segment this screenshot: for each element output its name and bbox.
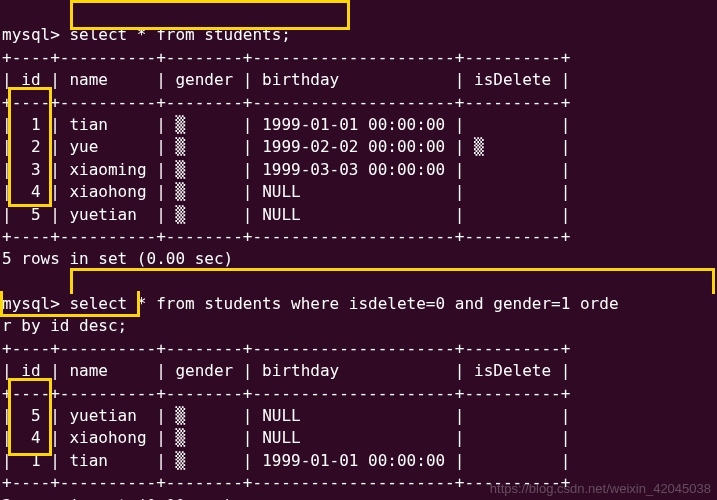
col-gender: gender [175,361,233,380]
cell: xiaoming [69,160,146,179]
cell: 1999-03-03 00:00:00 [262,160,445,179]
query-2-part1: select * from students where isdelete=0 … [69,294,618,313]
cell: ▒ [474,137,484,156]
cell: 5 [31,406,41,425]
cell: NULL [262,182,445,201]
table2-row-1: | 5 | yuetian | ▒ | NULL | | [2,406,570,425]
table1-row-1: | 1 | tian | ▒ | 1999-01-01 00:00:00 | | [2,115,570,134]
col-id: id [21,70,40,89]
mysql-prompt: mysql> [2,25,60,44]
cell: 2 [31,137,41,156]
cell: 3 [31,160,41,179]
col-gender: gender [175,70,233,89]
col-isdelete: isDelete [474,361,551,380]
terminal-output: mysql> select * from students; +----+---… [2,2,715,500]
cell: yue [69,137,146,156]
table1-header: | id | name | gender | birthday | isDele… [2,70,570,89]
table2-row-2: | 4 | xiaohong | ▒ | NULL | | [2,428,570,447]
cell: 4 [31,182,41,201]
cell: ▒ [175,406,185,425]
query-1: select * from students; [69,25,291,44]
cell: 1 [31,451,41,470]
cell: 4 [31,428,41,447]
blank-line [2,272,12,291]
cell: NULL [262,406,445,425]
col-name: name [69,361,108,380]
cell: ▒ [175,137,185,156]
col-name: name [69,70,108,89]
cell: ▒ [175,115,185,134]
table1-row-5: | 5 | yuetian | ▒ | NULL | | [2,205,570,224]
table2-sep-top: +----+----------+--------+--------------… [2,339,570,358]
cell [474,182,484,201]
table1-sep-mid: +----+----------+--------+--------------… [2,93,570,112]
cell [474,406,484,425]
cell: 1 [31,115,41,134]
cell: ▒ [175,428,185,447]
table1-footer: 5 rows in set (0.00 sec) [2,249,233,268]
mysql-prompt: mysql> [2,294,60,313]
table2-footer: 3 rows in set (0.00 sec) [2,496,233,500]
cell [474,160,484,179]
cell: NULL [262,205,445,224]
cell [474,205,484,224]
cell: xiaohong [69,428,146,447]
query-2-part2: r by id desc; [2,316,127,335]
cell: yuetian [69,205,146,224]
cell [474,451,484,470]
cell: ▒ [175,182,185,201]
cell: 1999-01-01 00:00:00 [262,115,445,134]
cell: tian [69,451,146,470]
prompt-line-2[interactable]: mysql> select * from students where isde… [2,294,619,313]
cell: ▒ [175,205,185,224]
cell: tian [69,115,146,134]
table1-sep-bot: +----+----------+--------+--------------… [2,227,570,246]
col-id: id [21,361,40,380]
cell [474,428,484,447]
cell: xiaohong [69,182,146,201]
table1-row-4: | 4 | xiaohong | ▒ | NULL | | [2,182,570,201]
table1-sep-top: +----+----------+--------+--------------… [2,48,570,67]
col-birthday: birthday [262,70,339,89]
cell: NULL [262,428,445,447]
table1-row-3: | 3 | xiaoming | ▒ | 1999-03-03 00:00:00… [2,160,570,179]
cell: ▒ [175,451,185,470]
cell: 5 [31,205,41,224]
table2-sep-bot: +----+----------+--------+--------------… [2,473,570,492]
table1-row-2: | 2 | yue | ▒ | 1999-02-02 00:00:00 | ▒ … [2,137,570,156]
table2-sep-mid: +----+----------+--------+--------------… [2,384,570,403]
cell: yuetian [69,406,146,425]
table2-header: | id | name | gender | birthday | isDele… [2,361,570,380]
col-birthday: birthday [262,361,339,380]
table2-row-3: | 1 | tian | ▒ | 1999-01-01 00:00:00 | | [2,451,570,470]
cell [474,115,484,134]
col-isdelete: isDelete [474,70,551,89]
cell: 1999-01-01 00:00:00 [262,451,445,470]
cell: 1999-02-02 00:00:00 [262,137,445,156]
cell: ▒ [175,160,185,179]
prompt-line-1[interactable]: mysql> select * from students; [2,25,291,44]
watermark: https://blog.csdn.net/weixin_42045038 [490,480,711,498]
